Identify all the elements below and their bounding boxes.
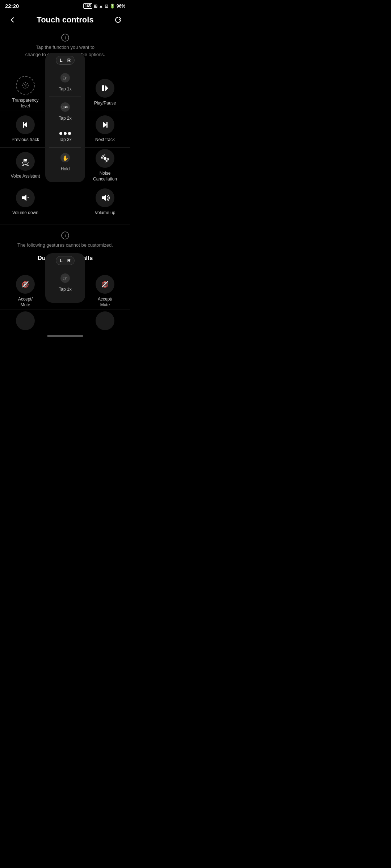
phone-partial-left-icon [16, 311, 35, 330]
tap-3x-item[interactable]: Tap 3x [45, 126, 85, 147]
accept-mute-right-cell[interactable]: 📵 Accept/Mute [87, 275, 123, 308]
tap-1x-item[interactable]: ☞ Tap 1x [45, 68, 85, 97]
resolution-icon: 165 [83, 3, 92, 9]
transparency-label: Transparency level [7, 98, 43, 109]
controls-grid: L R ☞ Tap 1x ☞ 2x Tap 2x [0, 64, 130, 220]
hold-icon: ✋ [60, 153, 70, 165]
svg-marker-15 [103, 122, 107, 128]
status-bar: 22:20 165 ⊞ ▲ ⊡ 🔋 96% [0, 0, 130, 10]
left-ear-label: L [60, 58, 63, 63]
prev-track-cell[interactable]: Previous track [7, 115, 43, 143]
back-button[interactable] [6, 13, 19, 26]
status-icons: 165 ⊞ ▲ ⊡ 🔋 96% [83, 3, 125, 9]
next-track-cell[interactable]: Next track [87, 115, 123, 143]
play-pause-cell[interactable]: Play/Pause [87, 79, 123, 106]
volume-up-icon [96, 188, 114, 207]
bottom-navigation [0, 332, 130, 339]
next-track-label: Next track [95, 137, 115, 143]
battery-icon: 🔋 [110, 4, 115, 9]
signal-icon: ▲ [99, 4, 103, 9]
battery-level: 96% [117, 4, 125, 9]
volume-down-label: Volume down [12, 210, 38, 216]
svg-marker-22 [102, 195, 106, 201]
phone-controls-grid: L R ☞ Tap 1x 📵 Accept/Mute [0, 263, 130, 332]
info-icon: i [61, 34, 69, 42]
phone-left-ear-label: L [60, 258, 63, 263]
home-indicator [47, 335, 83, 337]
phone-partial-right [87, 311, 123, 330]
noise-cancellation-icon [96, 149, 114, 168]
svg-point-19 [104, 157, 106, 160]
voice-assistant-icon [16, 152, 35, 171]
tap-2x-item[interactable]: ☞ 2x Tap 2x [45, 97, 85, 126]
noise-cancellation-label: Noise Cancellation [87, 171, 123, 182]
lr-badge-phone: L R [56, 256, 75, 265]
lr-badge-main: L R [56, 56, 75, 65]
reset-button[interactable] [112, 13, 125, 26]
accept-mute-left-icon: 📵 [16, 275, 35, 294]
phone-row-partial [0, 310, 130, 332]
svg-marker-12 [105, 85, 108, 91]
transparency-icon: ? [16, 76, 35, 95]
play-pause-icon [96, 79, 114, 98]
page-header: Touch controls [0, 10, 130, 31]
phone-tap-1x-label: Tap 1x [59, 287, 71, 292]
svg-rect-14 [23, 122, 24, 128]
center-column: L R ☞ Tap 1x ☞ 2x Tap 2x [45, 53, 85, 182]
non-customizable-text: The following gestures cannot be customi… [17, 242, 113, 249]
mute-icon: ⊡ [105, 4, 108, 9]
accept-mute-right-icon: 📵 [96, 275, 114, 294]
volume-down-cell[interactable]: Volume down [7, 188, 43, 216]
hold-item[interactable]: ✋ Hold [45, 148, 85, 176]
phone-center-column: L R ☞ Tap 1x [45, 253, 85, 303]
accept-mute-right-label: Accept/Mute [98, 297, 112, 308]
tap-1x-label: Tap 1x [59, 86, 71, 92]
tap-2x-icon: ☞ 2x [60, 102, 70, 114]
tap-1x-icon: ☞ [60, 73, 70, 85]
right-ear-label: R [67, 58, 71, 63]
next-track-icon [96, 115, 114, 134]
prev-track-icon [16, 115, 35, 134]
play-pause-label: Play/Pause [94, 101, 116, 106]
volume-down-icon [16, 188, 35, 207]
transparency-cell[interactable]: ? Transparency level [7, 76, 43, 109]
hold-label: Hold [61, 166, 70, 171]
row-hold: Volume down Volume up [0, 184, 130, 220]
svg-text:✋: ✋ [62, 155, 69, 161]
prev-track-label: Previous track [12, 137, 39, 143]
tap-3x-label: Tap 3x [59, 137, 71, 142]
svg-marker-13 [24, 122, 27, 128]
non-customizable-section: i The following gestures cannot be custo… [0, 228, 130, 252]
status-time: 22:20 [5, 3, 19, 9]
phone-tap-1x-icon: ☞ [60, 273, 70, 285]
svg-text:i: i [64, 233, 66, 238]
phone-partial-right-icon [96, 311, 114, 330]
svg-text:i: i [64, 35, 66, 41]
accept-mute-left-cell[interactable]: 📵 Accept/Mute [7, 275, 43, 308]
voice-assistant-label: Voice Assistant [11, 174, 40, 179]
info-icon-2: i [61, 231, 69, 239]
tap-2x-label: Tap 2x [59, 116, 71, 121]
volume-up-label: Volume up [95, 210, 115, 216]
svg-text:☞: ☞ [63, 275, 68, 281]
accept-mute-left-label: Accept/Mute [18, 297, 33, 308]
svg-text:2x: 2x [65, 105, 68, 109]
phone-tap-1x-item[interactable]: ☞ Tap 1x [45, 268, 85, 297]
bluetooth-icon: ⊞ [94, 4, 97, 9]
volume-up-cell[interactable]: Volume up [87, 188, 123, 216]
svg-text:?: ? [24, 83, 26, 88]
svg-rect-11 [102, 85, 104, 91]
svg-marker-20 [22, 195, 26, 201]
tap-3x-icon [59, 131, 71, 136]
noise-cancellation-cell[interactable]: Noise Cancellation [87, 149, 123, 182]
phone-partial-left [7, 311, 43, 330]
svg-text:☞: ☞ [63, 75, 68, 81]
phone-right-ear-label: R [67, 258, 71, 263]
svg-rect-16 [106, 122, 108, 128]
voice-assistant-cell[interactable]: Voice Assistant [7, 152, 43, 179]
page-title: Touch controls [19, 15, 112, 25]
